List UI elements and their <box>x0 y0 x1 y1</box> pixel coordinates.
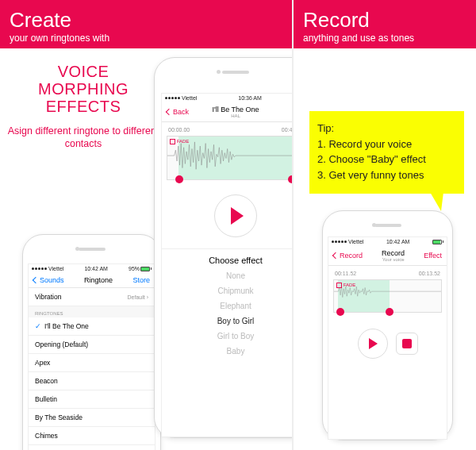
effect-button[interactable]: Effect <box>424 252 442 260</box>
header-title: Create <box>10 8 282 33</box>
nav-title: I'll Be The OneHAL <box>212 106 259 118</box>
header-title: Record <box>303 8 466 33</box>
effect-option[interactable]: Chipmunk <box>162 283 292 298</box>
vibration-label: Vibration <box>35 293 61 301</box>
effects-title: Choose effect <box>162 248 292 268</box>
panel-create: Create your own ringtones with VOICE MOR… <box>0 0 292 450</box>
back-button[interactable]: Record <box>333 252 363 260</box>
fade-checkbox[interactable]: FADE <box>336 283 355 288</box>
ringtone-row[interactable]: Opening (Default) <box>29 336 155 354</box>
ringtone-row[interactable]: Apex <box>29 354 155 372</box>
waveform[interactable]: FADE <box>333 279 442 313</box>
screen: Viettel 10:42 AM Record RecordYour voice… <box>328 237 447 440</box>
phone-editor: Viettel 10:36 AM ● Back I'll Be The OneH… <box>154 57 292 438</box>
timeline: 00:00.00 00:40.00 <box>167 125 292 136</box>
promo-sub: Asign different ringtone to different co… <box>6 125 160 151</box>
effect-option[interactable]: Elephant <box>162 298 292 313</box>
nav-title: RecordYour voice <box>382 249 405 262</box>
ringtone-row-selected[interactable]: ✓I'll Be The One <box>29 317 155 336</box>
panel-record: Record anything and use as tones Tip: 1.… <box>292 0 476 450</box>
ringtone-name: Opening (Default) <box>35 340 88 348</box>
trim-handle-right[interactable] <box>386 308 393 316</box>
nav-bar: Back I'll Be The OneHAL <box>162 102 292 122</box>
carrier: Viettel <box>182 95 197 101</box>
tip-line: 2. Choose "Baby" effect <box>317 152 456 167</box>
ringtone-name: Chimes <box>35 432 58 440</box>
play-button[interactable] <box>214 194 257 237</box>
recorder-controls <box>328 316 447 371</box>
ringtone-name: Bulletin <box>35 395 57 403</box>
phone-ringtone-list: Viettel 10:42 AM 95% Sounds Ringtone Sto… <box>22 234 161 450</box>
ringtone-name: By The Seaside <box>35 413 83 421</box>
ringtone-row[interactable]: Chimes <box>29 427 155 445</box>
stop-icon <box>402 339 412 348</box>
battery-pct: 95% <box>129 266 140 271</box>
back-button[interactable]: Sounds <box>33 276 64 284</box>
vibration-value: Default › <box>128 294 148 300</box>
effect-option[interactable]: Baby <box>162 344 292 359</box>
promo-main: VOICE MORPHING EFFECTS <box>6 63 160 115</box>
chevron-left-icon <box>166 109 172 115</box>
promo-line: EFFECTS <box>46 98 121 115</box>
screen: Viettel 10:36 AM ● Back I'll Be The OneH… <box>161 93 292 437</box>
clock: 10:42 AM <box>84 266 108 271</box>
battery-icon: 95% <box>129 266 152 271</box>
header-create: Create your own ringtones with <box>0 0 292 48</box>
fade-label: FADE <box>177 139 190 144</box>
vibration-row[interactable]: Vibration Default › <box>29 288 155 306</box>
effect-option[interactable]: Girl to Boy <box>162 329 292 344</box>
tip-callout: Tip: 1. Record your voice 2. Choose "Bab… <box>309 111 464 194</box>
carrier: Viettel <box>48 266 63 271</box>
play-button[interactable] <box>358 329 388 359</box>
tip-title: Tip: <box>317 121 456 137</box>
stop-button[interactable] <box>396 333 418 355</box>
status-bar: Viettel 10:42 AM 95% <box>29 264 155 273</box>
status-bar: Viettel 10:36 AM ● <box>162 94 292 102</box>
nav-bar: Record RecordYour voice Effect <box>328 246 447 266</box>
ringtone-name: Beacon <box>35 377 58 385</box>
ringtone-row[interactable]: By The Seaside <box>29 409 155 427</box>
battery-icon <box>432 240 443 244</box>
ringtone-row[interactable]: Bulletin <box>29 390 155 409</box>
fade-label: FADE <box>344 283 356 287</box>
back-label: Sounds <box>40 276 64 284</box>
phone-recorder: Viettel 10:42 AM Record RecordYour voice… <box>322 210 453 440</box>
time-end: 00:13.52 <box>419 271 440 276</box>
chevron-left-icon <box>33 277 39 283</box>
screen: Viettel 10:42 AM 95% Sounds Ringtone Sto… <box>28 263 155 450</box>
tip-line: 1. Record your voice <box>317 137 456 152</box>
promo-line: MORPHING <box>38 80 129 98</box>
fade-checkbox[interactable]: FADE <box>170 139 189 144</box>
ringtone-row[interactable]: Beacon <box>29 372 155 390</box>
back-button[interactable]: Back <box>167 108 189 116</box>
time-start: 00:00.00 <box>168 127 190 133</box>
waveform[interactable]: FADE <box>167 136 292 180</box>
timeline: 00:11.52 00:13.52 <box>333 269 442 279</box>
promo-text: VOICE MORPHING EFFECTS Asign different r… <box>0 48 167 159</box>
back-label: Back <box>173 108 189 116</box>
store-button[interactable]: Store <box>132 276 150 284</box>
ringtone-name: Apex <box>35 359 50 367</box>
waveform-editor[interactable]: 00:00.00 00:40.00 FADE <box>162 122 292 183</box>
play-icon <box>369 338 378 349</box>
effect-option-active[interactable]: Boy to Girl <box>162 313 292 329</box>
carrier: Viettel <box>348 239 363 244</box>
trim-handle-left[interactable] <box>175 175 183 183</box>
ringtone-row[interactable]: Circuit <box>29 445 155 450</box>
check-icon: ✓ <box>35 322 41 330</box>
status-bar: Viettel 10:42 AM <box>328 237 447 246</box>
effect-option[interactable]: None <box>162 268 292 283</box>
section-header: RINGTONES <box>29 306 155 317</box>
nav-bar: Sounds Ringtone Store <box>29 273 155 288</box>
clock: 10:42 AM <box>386 239 410 244</box>
play-icon <box>231 207 244 225</box>
ringtone-name: I'll Be The One <box>44 322 89 330</box>
waveform-editor[interactable]: 00:11.52 00:13.52 FADE <box>328 266 447 316</box>
time-start: 00:11.52 <box>335 271 356 276</box>
nav-title: Ringtone <box>84 276 113 284</box>
time-end: 00:40.00 <box>282 127 292 133</box>
header-record: Record anything and use as tones <box>294 0 476 48</box>
chevron-left-icon <box>332 252 339 259</box>
trim-handle-left[interactable] <box>336 308 344 316</box>
promo-line: VOICE <box>58 63 109 80</box>
